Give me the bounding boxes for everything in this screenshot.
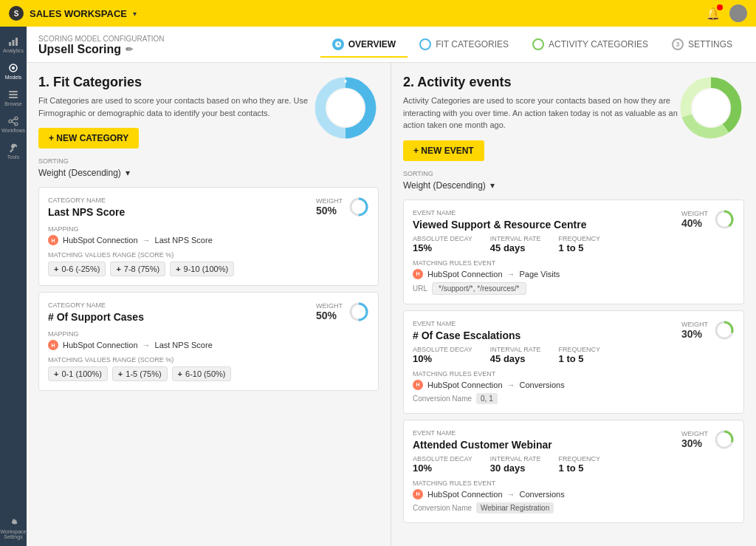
- card-name-area-1: CATEGORY NAME # Of Support Cases: [48, 301, 144, 323]
- values-section-0: MATCHING VALUES RANGE (SCORE %) +0-6 (-2…: [48, 251, 369, 276]
- values-section-1: MATCHING VALUES RANGE (SCORE %) +0-1 (10…: [48, 356, 369, 381]
- tab-dot-fit: [419, 38, 431, 50]
- left-panel: 1. Fit Categories Fit Categories are use…: [27, 63, 391, 546]
- tab-dot-overview: [332, 38, 344, 50]
- value-tag-0-1[interactable]: +7-8 (75%): [110, 262, 165, 276]
- event-weight-circle-1: [714, 320, 735, 341]
- mapping-section-1: MAPPING H HubSpot Connection → Last NPS …: [48, 330, 369, 350]
- weight-circle-0: [348, 197, 369, 217]
- conversion-pill-2: Webinar Registration: [476, 502, 554, 513]
- values-label-1: MATCHING VALUES RANGE (SCORE %): [48, 356, 369, 364]
- hubspot-logo-1: H: [48, 340, 58, 350]
- notifications[interactable]: 🔔: [706, 7, 721, 21]
- tab-settings[interactable]: 3 SETTINGS: [660, 33, 744, 58]
- svg-rect-7: [9, 97, 18, 98]
- event-header-2: EVENT NAME Attended Customer Webinar WEI…: [413, 429, 735, 451]
- hubspot-logo-ev-2: H: [413, 489, 423, 499]
- hubspot-logo-0: H: [48, 235, 58, 245]
- breadcrumb: SCORING MODEL CONFIGURATION: [38, 35, 315, 43]
- event-header-1: EVENT NAME # Of Case Escalations WEIGHT …: [413, 320, 735, 341]
- edit-icon[interactable]: ✏: [126, 44, 133, 55]
- event-weight-area-0: WEIGHT 40%: [681, 209, 735, 230]
- event-metrics-1: ABSOLUTE DECAY 10% INTERVAL RATE 45 days…: [413, 346, 735, 364]
- page-title: Upsell Scoring ✏: [38, 43, 315, 56]
- tab-settings-label: SETTINGS: [688, 39, 732, 50]
- sidebar-item-models[interactable]: Models: [1, 59, 25, 83]
- sidebar-item-browse[interactable]: Browse: [1, 86, 25, 109]
- top-bar-right: 🔔: [706, 4, 747, 22]
- tab-activity-label: ACTIVITY CATEGORIES: [549, 39, 648, 50]
- workspace-title: SALES WORKSPACE: [30, 8, 127, 19]
- event-name-2: Attended Customer Webinar: [413, 439, 552, 451]
- cat-name-0: Last NPS Score: [48, 206, 125, 218]
- weight-area-0: WEIGHT 50%: [316, 197, 369, 217]
- svg-rect-1: [13, 40, 15, 46]
- event-name-1: # Of Case Escalations: [413, 330, 520, 341]
- hubspot-logo-ev-1: H: [413, 380, 423, 390]
- svg-point-24: [693, 89, 729, 126]
- event-name-0: Viewed Support & Resource Centre: [413, 219, 586, 231]
- svg-rect-6: [9, 94, 18, 95]
- cat-name-1: # Of Support Cases: [48, 311, 144, 323]
- weight-value-1: 50%: [316, 310, 343, 321]
- tab-dot-activity: [532, 38, 544, 50]
- event-card-0: EVENT NAME Viewed Support & Resource Cen…: [403, 199, 744, 304]
- tab-activity-categories[interactable]: ACTIVITY CATEGORIES: [520, 33, 660, 58]
- app-logo: S: [9, 6, 24, 21]
- sorting-select-left[interactable]: Weight (Descending) ▾: [38, 168, 379, 178]
- svg-line-12: [12, 121, 15, 123]
- value-tag-0-0[interactable]: +0-6 (-25%): [48, 262, 106, 276]
- sidebar-item-analytics[interactable]: Analytics: [1, 33, 25, 56]
- notification-badge: [717, 4, 723, 10]
- event-weight-area-1: WEIGHT 30%: [681, 320, 735, 341]
- event-weight-circle-2: [714, 429, 735, 450]
- event-metrics-0: ABSOLUTE DECAY 15% INTERVAL RATE 45 days…: [413, 235, 735, 253]
- event-rules-1: MATCHING RULES EVENT H HubSpot Connectio…: [413, 370, 735, 404]
- sidebar-item-tools[interactable]: Tools: [1, 139, 25, 163]
- workspace-chevron[interactable]: ▾: [133, 10, 137, 18]
- svg-rect-5: [9, 91, 18, 92]
- tab-overview[interactable]: OVERVIEW: [320, 33, 408, 58]
- event-weight-area-2: WEIGHT 30%: [681, 429, 735, 450]
- mapping-row-0: H HubSpot Connection → Last NPS Score: [48, 235, 369, 245]
- top-bar: S SALES WORKSPACE ▾ 🔔: [0, 0, 756, 27]
- value-tag-1-1[interactable]: +1-5 (75%): [112, 366, 168, 381]
- sort-chevron-right: ▾: [490, 180, 495, 191]
- svg-line-11: [12, 118, 15, 120]
- event-rules-0: MATCHING RULES EVENT H HubSpot Connectio…: [413, 259, 735, 295]
- cat-field-label-0: CATEGORY NAME: [48, 197, 125, 204]
- sidebar-item-workspace-settings[interactable]: Workspace Settings: [1, 516, 25, 540]
- value-tag-1-0[interactable]: +0-1 (100%): [48, 366, 108, 381]
- weight-label-1: WEIGHT: [316, 302, 343, 310]
- cat-field-label-1: CATEGORY NAME: [48, 301, 144, 309]
- new-category-button[interactable]: + NEW CATEGORY: [38, 128, 139, 149]
- event-rules-2: MATCHING RULES EVENT H HubSpot Connectio…: [413, 480, 735, 513]
- mapping-label-1: MAPPING: [48, 330, 369, 338]
- weight-label-0: WEIGHT: [316, 197, 343, 205]
- value-tag-1-2[interactable]: +6-10 (50%): [172, 366, 232, 381]
- event-header-0: EVENT NAME Viewed Support & Resource Cen…: [413, 209, 735, 231]
- left-header-area: 1. Fit Categories Fit Categories are use…: [38, 75, 379, 157]
- values-row-1: +0-1 (100%) +1-5 (75%) +6-10 (50%): [48, 366, 369, 381]
- left-donut-chart: [312, 75, 379, 143]
- event-weight-circle-0: [714, 209, 735, 230]
- top-bar-left: S SALES WORKSPACE ▾: [9, 6, 137, 21]
- user-avatar[interactable]: [729, 4, 747, 22]
- right-panel: 2. Activity events Activity Categories a…: [391, 63, 756, 546]
- hubspot-logo-ev-0: H: [413, 269, 423, 279]
- tab-fit-categories[interactable]: FIT CATEGORIES: [408, 33, 520, 58]
- mapping-label-0: MAPPING: [48, 225, 369, 233]
- value-tag-0-2[interactable]: +9-10 (100%): [170, 262, 234, 276]
- event-card-1: EVENT NAME # Of Case Escalations WEIGHT …: [403, 310, 744, 414]
- svg-point-15: [327, 89, 364, 126]
- sidebar-item-workflows[interactable]: Workflows: [1, 112, 25, 136]
- sorting-select-right[interactable]: Weight (Descending) ▾: [403, 180, 744, 191]
- new-event-button[interactable]: + NEW EVENT: [403, 140, 484, 161]
- svg-point-8: [9, 120, 12, 123]
- event-card-2: EVENT NAME Attended Customer Webinar WEI…: [403, 420, 744, 523]
- tab-dot-settings: 3: [672, 38, 684, 50]
- svg-point-4: [12, 66, 15, 69]
- tab-fit-label: FIT CATEGORIES: [436, 39, 509, 50]
- weight-area-1: WEIGHT 50%: [316, 301, 369, 322]
- sidebar: Analytics Models Browse Workflows Tools …: [0, 27, 27, 546]
